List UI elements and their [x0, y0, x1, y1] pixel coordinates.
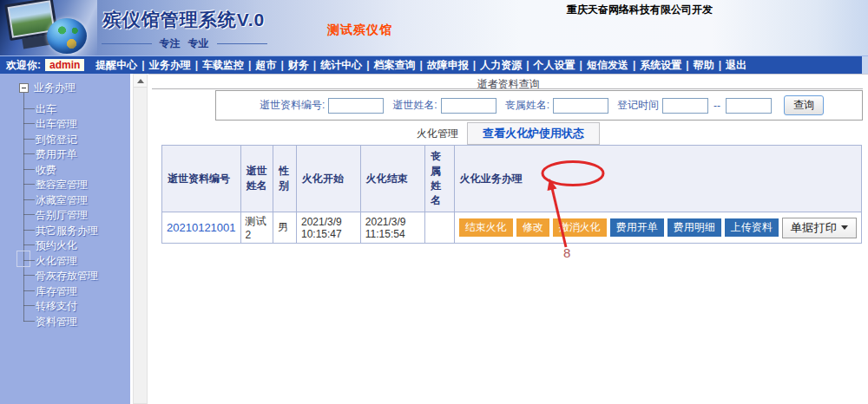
- globe-icon: [47, 18, 87, 54]
- register-time-to-input[interactable]: [726, 98, 772, 114]
- nav-separator: |: [633, 59, 635, 71]
- nav-item-fault-report[interactable]: 故障申报: [427, 58, 469, 73]
- cell-cremation-end: 2021/3/9 11:15:54: [360, 212, 424, 244]
- sidebar-item-transfer-payment[interactable]: 转移支付: [36, 299, 77, 314]
- furnace-status-button[interactable]: 查看火化炉使用状态: [467, 122, 600, 145]
- date-range-separator: --: [713, 100, 720, 112]
- sidebar-item-cold-storage[interactable]: 冰藏室管理: [36, 193, 88, 208]
- nav-item-logout[interactable]: 退出: [726, 58, 746, 73]
- sidebar-item-dispatch[interactable]: 出车: [36, 102, 56, 117]
- slogan-right: 专业: [188, 36, 209, 51]
- scrollbar-up-icon[interactable]: [134, 75, 147, 88]
- sidebar-menu: 业务办理 出车 出车管理 到馆登记 费用开单 收费 整容室管理 冰藏室管理 告别…: [0, 74, 130, 404]
- cremation-section-label: 火化管理: [417, 127, 458, 141]
- sidebar-item-dispatch-mgmt[interactable]: 出车管理: [36, 117, 77, 132]
- sidebar-item-cremation-mgmt[interactable]: 火化管理: [36, 254, 77, 269]
- sidebar-item-other-services[interactable]: 其它服务办理: [36, 224, 98, 238]
- col-gender: 性别: [273, 146, 297, 212]
- app-slogan: 专注 专业: [83, 36, 285, 51]
- nav-separator: |: [248, 59, 251, 71]
- col-family-name: 丧属姓名: [425, 146, 455, 212]
- tree-selected-box: [16, 251, 30, 267]
- caret-down-icon: [841, 225, 848, 230]
- sidebar-item-ashes-storage[interactable]: 骨灰存放管理: [36, 269, 98, 283]
- family-name-input[interactable]: [553, 98, 608, 114]
- nav-separator: |: [280, 59, 283, 71]
- sidebar-item-arrival-register[interactable]: 到馆登记: [36, 133, 77, 147]
- search-form: 逝世资料编号: 逝世姓名: 丧属姓名: 登记时间 -- 查询: [215, 90, 863, 121]
- nav-separator: |: [195, 59, 198, 71]
- app-header: 殡仪馆管理系统V.0 专注 专业 测试殡仪馆 重庆天奋网络科技有限公司开发: [0, 0, 868, 55]
- nav-item-personal-settings[interactable]: 个人设置: [534, 58, 575, 73]
- nav-separator: |: [366, 59, 369, 71]
- query-button[interactable]: 查询: [784, 95, 824, 115]
- nav-item-business[interactable]: 业务办理: [149, 58, 191, 73]
- collapse-icon[interactable]: [19, 83, 29, 93]
- col-record-no: 逝世资料编号: [162, 146, 241, 212]
- developer-credit: 重庆天奋网络科技有限公司开发: [567, 3, 713, 17]
- nav-separator: |: [580, 59, 582, 71]
- register-time-label: 登记时间: [617, 98, 659, 113]
- record-no-link[interactable]: 20210121001: [167, 221, 236, 234]
- app-window: 殡仪馆管理系统V.0 专注 专业 测试殡仪馆 重庆天奋网络科技有限公司开发 欢迎…: [0, 0, 868, 404]
- username-badge[interactable]: admin: [45, 59, 84, 71]
- divider: [152, 88, 863, 89]
- cell-cremation-start: 2021/3/9 10:15:47: [296, 212, 360, 244]
- sidebar-scrollbar[interactable]: [133, 74, 148, 404]
- nav-item-reminder-center[interactable]: 提醒中心: [95, 58, 137, 73]
- title-block: 殡仪馆管理系统V.0 专注 专业: [83, 8, 285, 51]
- cell-family-name: [425, 212, 455, 244]
- nav-item-vehicle-monitor[interactable]: 车载监控: [202, 58, 244, 73]
- nav-item-help[interactable]: 帮助: [694, 58, 714, 73]
- top-navbar: 欢迎你: admin 提醒中心 | 业务办理 | 车载监控 | 超市 | 财务 …: [0, 55, 868, 74]
- sidebar-item-data-mgmt[interactable]: 资料管理: [36, 315, 77, 329]
- deceased-name-input[interactable]: [441, 98, 496, 114]
- slogan-left: 专注: [160, 36, 181, 51]
- cancel-cremation-button[interactable]: 撤消火化: [553, 218, 607, 237]
- nav-item-archive-query[interactable]: 档案查询: [374, 58, 416, 73]
- app-title: 殡仪馆管理系统V.0: [83, 8, 285, 32]
- nav-separator: |: [719, 59, 721, 71]
- nav-item-finance[interactable]: 财务: [288, 58, 309, 73]
- family-name-label: 丧属姓名:: [505, 98, 549, 113]
- row-actions: 结束火化 修改 撤消火化 费用开单 费用明细 上传资料 单据打印: [459, 218, 857, 238]
- nav-item-system-settings[interactable]: 系统设置: [640, 58, 681, 73]
- venue-name: 测试殡仪馆: [327, 23, 392, 38]
- cell-deceased-name: 测试2: [240, 212, 273, 244]
- sidebar-item-cosmetic-room[interactable]: 整容室管理: [36, 178, 88, 192]
- nav-separator: |: [141, 59, 144, 71]
- record-no-label: 逝世资料编号:: [260, 98, 325, 113]
- sidebar-item-cremation-booking[interactable]: 预约火化: [36, 238, 77, 253]
- col-actions: 火化业务办理: [454, 146, 861, 212]
- nav-item-hr[interactable]: 人力资源: [480, 58, 522, 73]
- sidebar-item-fee-billing[interactable]: 费用开单: [36, 147, 77, 162]
- deceased-name-label: 逝世姓名:: [392, 98, 437, 113]
- sidebar-root-business[interactable]: 业务办理: [19, 81, 76, 95]
- nav-separator: |: [313, 59, 316, 71]
- nav-item-statistics[interactable]: 统计中心: [320, 58, 362, 73]
- fee-detail-button[interactable]: 费用明细: [667, 218, 721, 237]
- sidebar-item-farewell-hall[interactable]: 告别厅管理: [36, 208, 88, 223]
- sidebar-item-inventory[interactable]: 库存管理: [36, 284, 77, 299]
- sidebar-item-charge[interactable]: 收费: [36, 163, 56, 178]
- modify-button[interactable]: 修改: [516, 218, 549, 237]
- print-receipt-dropdown[interactable]: 单据打印: [782, 218, 857, 238]
- nav-separator: |: [686, 59, 688, 71]
- sidebar-root-label[interactable]: 业务办理: [34, 81, 76, 95]
- col-deceased-name: 逝世姓名: [240, 146, 273, 212]
- cremation-table: 逝世资料编号 逝世姓名 性别 火化开始 火化结束 丧属姓名 火化业务办理 202…: [161, 145, 862, 244]
- main-content: 逝者资料查询 逝世资料编号: 逝世姓名: 丧属姓名: 登记时间 -- 查询 火化…: [148, 74, 868, 404]
- cremation-section-bar: 火化管理 查看火化炉使用状态: [148, 123, 868, 144]
- end-cremation-button[interactable]: 结束火化: [459, 218, 513, 237]
- col-cremation-start: 火化开始: [296, 146, 360, 212]
- print-receipt-label: 单据打印: [791, 220, 837, 236]
- record-no-input[interactable]: [328, 98, 384, 114]
- register-time-from-input[interactable]: [662, 98, 708, 114]
- table-row: 20210121001 测试2 男 2021/3/9 10:15:47 2021…: [162, 212, 862, 244]
- nav-item-supermarket[interactable]: 超市: [255, 58, 276, 73]
- slogan-rule-right: [217, 43, 267, 44]
- fee-billing-button[interactable]: 费用开单: [610, 218, 664, 237]
- tree-connector-line: [23, 93, 24, 322]
- upload-data-button[interactable]: 上传资料: [725, 218, 779, 237]
- nav-item-sms[interactable]: 短信发送: [587, 58, 628, 73]
